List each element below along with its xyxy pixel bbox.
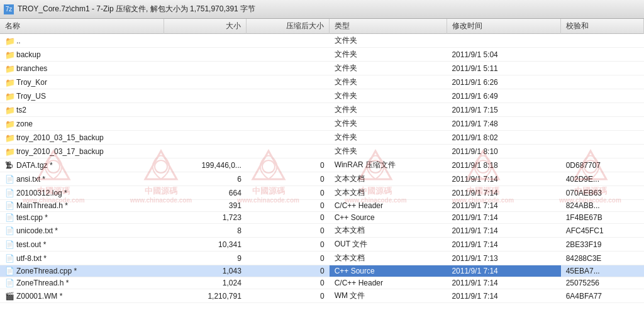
file-size: 9	[164, 252, 247, 265]
file-type: 文本文档	[330, 252, 447, 265]
table-row[interactable]: 📁Troy_US文件夹2011/9/1 6:49	[0, 89, 644, 103]
main-container: 中國源碼 www.chinacode.com 中國源碼 www.chinacod…	[0, 19, 644, 332]
file-crc	[561, 89, 644, 103]
file-size: 391	[164, 200, 247, 212]
file-compressed-size	[247, 75, 330, 89]
file-modified: 2011/9/1 7:13	[447, 252, 560, 265]
file-crc	[561, 62, 644, 75]
table-row[interactable]: 📁backup文件夹2011/9/1 5:04	[0, 48, 644, 62]
table-row[interactable]: 📁troy_2010_03_15_backup文件夹2011/9/1 8:02	[0, 131, 644, 145]
title-text: TROY_Core.7z\chm1 - 7-Zip 压缩文件, 解包大小为 1,…	[18, 4, 255, 14]
table-row[interactable]: 🗜DATA.tgz *199,446,0...0WinRAR 压缩文件2011/…	[0, 158, 644, 172]
file-icon: 📄	[5, 226, 14, 235]
file-table: 中國源碼 www.chinacode.com 中國源碼 www.chinacod…	[0, 19, 644, 332]
file-modified: 2011/9/1 7:15	[447, 103, 560, 117]
file-size	[164, 34, 247, 48]
file-icon: 📄	[5, 175, 14, 184]
file-compressed-size: 0	[247, 212, 330, 224]
file-modified: 2011/9/1 6:26	[447, 75, 560, 89]
file-type: 文件夹	[330, 103, 447, 117]
file-modified: 2011/9/1 7:48	[447, 117, 560, 131]
table-row[interactable]: 📁troy_2010_03_17_backup文件夹2011/9/1 8:10	[0, 145, 644, 158]
file-compressed-size: 0	[247, 252, 330, 265]
file-modified: 2011/9/1 7:14	[447, 212, 560, 224]
folder-icon: 📁	[5, 92, 14, 101]
table-row[interactable]: 📄test.cpp *1,7230C++ Source2011/9/1 7:14…	[0, 212, 644, 224]
file-name: ZoneThread.h *	[16, 279, 69, 287]
file-compressed-size: 0	[247, 224, 330, 238]
file-type: C++ Source	[330, 265, 447, 277]
file-size: 10,341	[164, 238, 247, 252]
file-compressed-size	[247, 103, 330, 117]
table-row[interactable]: 📄test.out *10,3410OUT 文件2011/9/1 7:142BE…	[0, 238, 644, 252]
file-compressed-size	[247, 48, 330, 62]
file-name: Troy_US	[16, 92, 46, 101]
folder-icon: 📁	[5, 64, 14, 73]
table-row[interactable]: 📄ansi.txt *60文本文档2011/9/1 7:14402D9E...	[0, 172, 644, 186]
file-size	[164, 89, 247, 103]
table-row[interactable]: 📄20100312.log *6640文本文档2011/9/1 7:14070A…	[0, 186, 644, 200]
col-header-name[interactable]: 名称	[0, 19, 164, 34]
folder-icon: 📁	[5, 50, 14, 59]
file-crc: 25075256	[561, 277, 644, 289]
file-type: 文件夹	[330, 117, 447, 131]
col-header-type[interactable]: 类型	[330, 19, 447, 34]
file-crc	[561, 75, 644, 89]
file-modified: 2011/9/1 7:14	[447, 224, 560, 238]
file-name: utf-8.txt *	[16, 254, 47, 263]
file-name: troy_2010_03_17_backup	[16, 147, 104, 156]
file-name: test.out *	[16, 240, 46, 249]
file-compressed-size: 0	[247, 158, 330, 172]
table-row[interactable]: 📁zone文件夹2011/9/1 7:48	[0, 117, 644, 131]
col-header-crc[interactable]: 校验和	[561, 19, 644, 34]
file-crc: 45EBA7...	[561, 265, 644, 277]
table-row[interactable]: 📄unicode.txt *80文本文档2011/9/1 7:14AFC45FC…	[0, 224, 644, 238]
file-type: C++ Source	[330, 212, 447, 224]
file-name: zone	[16, 119, 33, 128]
file-name: Z00001.WM *	[16, 292, 62, 301]
table-row[interactable]: 📁Troy_Kor文件夹2011/9/1 6:26	[0, 75, 644, 89]
file-crc	[561, 145, 644, 158]
file-name: ..	[16, 36, 21, 45]
file-name: branches	[16, 64, 47, 73]
file-type: 文本文档	[330, 186, 447, 200]
file-crc: 2BE33F19	[561, 238, 644, 252]
file-icon: 📄	[5, 213, 14, 222]
file-name: unicode.txt *	[16, 226, 58, 235]
file-icon: 📄	[5, 279, 14, 287]
file-type: WinRAR 压缩文件	[330, 158, 447, 172]
file-name: Troy_Kor	[16, 78, 47, 87]
file-name: ts2	[16, 106, 26, 114]
file-size: 8	[164, 224, 247, 238]
col-header-size[interactable]: 大小	[164, 19, 247, 34]
file-modified: 2011/9/1 8:10	[447, 145, 560, 158]
file-compressed-size	[247, 62, 330, 75]
file-crc	[561, 34, 644, 48]
file-compressed-size: 0	[247, 265, 330, 277]
file-icon: 📄	[5, 189, 14, 197]
folder-icon: 📁	[5, 106, 14, 114]
table-row[interactable]: 📁..文件夹	[0, 34, 644, 48]
col-header-modified[interactable]: 修改时间	[447, 19, 560, 34]
col-header-compressed[interactable]: 压缩后大小	[247, 19, 330, 34]
file-modified: 2011/9/1 5:11	[447, 62, 560, 75]
file-size: 1,210,791	[164, 289, 247, 303]
file-size	[164, 103, 247, 117]
file-crc: AFC45FC1	[561, 224, 644, 238]
table-row[interactable]: 📄ZoneThread.cpp *1,0430C++ Source2011/9/…	[0, 265, 644, 277]
file-modified: 2011/9/1 5:04	[447, 48, 560, 62]
file-crc: 6A4BFA77	[561, 289, 644, 303]
table-row[interactable]: 🎬Z00001.WM *1,210,7910WM 文件2011/9/1 7:14…	[0, 289, 644, 303]
file-modified: 2011/9/1 7:14	[447, 277, 560, 289]
file-size: 6	[164, 172, 247, 186]
file-icon: 📄	[5, 254, 14, 263]
table-row[interactable]: 📁ts2文件夹2011/9/1 7:15	[0, 103, 644, 117]
file-name: DATA.tgz *	[16, 161, 53, 170]
file-size: 199,446,0...	[164, 158, 247, 172]
file-type: 文件夹	[330, 75, 447, 89]
table-row[interactable]: 📄ZoneThread.h *1,0240C/C++ Header2011/9/…	[0, 277, 644, 289]
table-row[interactable]: 📁branches文件夹2011/9/1 5:11	[0, 62, 644, 75]
table-row[interactable]: 📄MainThread.h *3910C/C++ Header2011/9/1 …	[0, 200, 644, 212]
table-row[interactable]: 📄utf-8.txt *90文本文档2011/9/1 7:1384288C3E	[0, 252, 644, 265]
file-type: 文件夹	[330, 34, 447, 48]
